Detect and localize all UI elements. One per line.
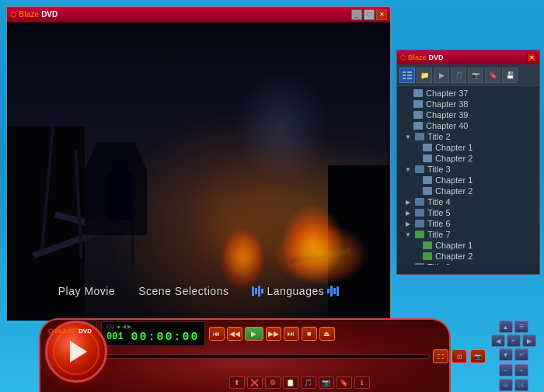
nav-left-button[interactable]: ◀ [491, 335, 505, 347]
chapter-icon-t2c2 [422, 154, 433, 163]
bottom-icon-1[interactable]: ⬆ [229, 376, 245, 389]
chapter-label-t3c1: Chapter 1 [435, 175, 473, 185]
tree-item-title6[interactable]: ▶ Title 6 [397, 218, 539, 229]
tree-item-t7ch2[interactable]: Chapter 2 [397, 251, 539, 262]
slow-button[interactable]: ½ [499, 379, 513, 391]
bottom-icon-4[interactable]: 📋 [283, 376, 298, 389]
tree-item-title5[interactable]: ▶ Title 5 [397, 207, 539, 218]
languages-menu-item[interactable]: Languages [252, 285, 339, 297]
language-bars-right-icon [327, 286, 339, 297]
prev-chapter-button[interactable]: ⏮ [209, 327, 225, 341]
bottom-icon-2[interactable]: ❌ [247, 376, 263, 389]
nav-enter-button[interactable]: ↵ [507, 335, 521, 347]
vol-up-button[interactable]: + [514, 364, 528, 376]
title-label-3: Title 3 [427, 165, 451, 174]
title-icon-3 [414, 165, 425, 174]
chapter-label-t3c2: Chapter 2 [435, 186, 473, 196]
capture-button[interactable]: 📷 [470, 349, 486, 363]
toolbar-save-btn[interactable]: 💾 [502, 68, 518, 83]
fast-forward-button[interactable]: ▶▶ [266, 327, 281, 341]
chapter-icon-39 [413, 110, 424, 120]
svg-rect-1 [407, 71, 412, 73]
titlebar-controls: _ □ ✕ [351, 9, 387, 20]
toolbar-audio-btn[interactable]: 🎵 [451, 68, 466, 83]
logo-dvd: DVD [41, 10, 58, 19]
sidebar-titlebar: ⬡ BlazeDVD ✕ [397, 50, 539, 64]
tree-item-ch39[interactable]: Chapter 39 [397, 109, 539, 120]
chapter-number: 001 [106, 331, 124, 342]
eject-button[interactable]: ⏏ [319, 327, 335, 341]
next-chapter-button[interactable]: ⏭ [284, 327, 299, 341]
title-icon-8 [414, 262, 425, 265]
svg-rect-5 [407, 78, 412, 79]
minimize-button[interactable]: _ [351, 9, 362, 20]
bottom-icon-6[interactable]: 📷 [319, 376, 334, 389]
chapter-icon [413, 88, 424, 98]
sidebar-close-button[interactable]: ✕ [527, 53, 536, 62]
bottom-icon-info[interactable]: ℹ [354, 376, 370, 389]
fullscreen-button[interactable]: ⛶ [433, 349, 448, 363]
restore-button[interactable]: □ [364, 9, 375, 20]
sidebar-logo-blaze: Blaze [408, 54, 427, 61]
expand-icon-title2: ▼ [403, 132, 413, 141]
play-button[interactable]: ▶ [245, 327, 263, 341]
expand-icon-title3: ▼ [403, 165, 413, 174]
toolbar-tree-btn[interactable] [399, 68, 415, 83]
title-icon-6 [414, 219, 425, 228]
fire-effect-4 [274, 224, 367, 286]
tree-item-t2ch1[interactable]: Chapter 1 [397, 142, 539, 153]
chapter-label-t7c1: Chapter 1 [435, 241, 473, 250]
player-brand: ⬡ BLAZE DVD [48, 322, 92, 336]
seek-bar[interactable] [82, 354, 430, 359]
nav-menu-button[interactable]: ☰ [514, 321, 528, 333]
chapter-tree[interactable]: Chapter 37 Chapter 38 Chapter 39 Chapter… [397, 86, 539, 265]
toolbar-play-btn[interactable]: ▶ [434, 68, 449, 83]
nav-extra-row: − + [499, 364, 528, 376]
bottom-icon-3[interactable]: ⚙ [265, 376, 281, 389]
close-button[interactable]: ✕ [376, 9, 387, 20]
rewind-button[interactable]: ◀◀ [227, 327, 242, 341]
title-icon-5 [414, 208, 425, 217]
toolbar-bookmark-btn[interactable]: 🔖 [485, 68, 500, 83]
chapter-icon-38 [413, 99, 424, 109]
tree-item-title3[interactable]: ▼ Title 3 [397, 164, 539, 175]
toolbar-folder-btn[interactable]: 📁 [417, 68, 432, 83]
tree-item-t7ch1[interactable]: Chapter 1 [397, 240, 539, 251]
scene-selections-menu-item[interactable]: Scene Selections [138, 285, 228, 297]
player-brand-dvd: DVD [78, 328, 92, 335]
bottom-icon-5[interactable]: 🎵 [301, 376, 316, 389]
svg-rect-2 [403, 75, 406, 76]
nav-down-button[interactable]: ▼ [499, 349, 513, 361]
frame-step-button[interactable]: ▷| [514, 379, 528, 391]
expand-icon-title7: ▼ [403, 230, 413, 239]
time-label-cu: CU [106, 324, 114, 329]
player-section: ⬡ BLAZE DVD DOLBY DIGITAL CU ● ◀ ▶ [0, 314, 544, 392]
tree-item-title8[interactable]: ▶ Title 8 [397, 262, 539, 265]
toolbar-camera-btn[interactable]: 📷 [468, 68, 483, 83]
aspect-ratio-button[interactable]: ⊡ [452, 349, 467, 363]
tree-item-t2ch2[interactable]: Chapter 2 [397, 153, 539, 164]
expand-icon-title8: ▶ [403, 262, 413, 265]
tree-item-title2[interactable]: ▼ Title 2 [397, 131, 539, 142]
tree-item-ch40[interactable]: Chapter 40 [397, 120, 539, 131]
logo-blaze: Blaze [19, 10, 39, 19]
nav-right-button[interactable]: ▶ [522, 335, 536, 347]
title-label-8: Title 8 [427, 262, 451, 265]
tree-item-ch37[interactable]: Chapter 37 [397, 88, 539, 99]
chapter-icon-40 [413, 121, 424, 130]
time-top-row: CU ● ◀ ▶ [106, 324, 200, 330]
player-brand-blaze: BLAZE [54, 328, 75, 335]
tree-item-t3ch2[interactable]: Chapter 2 [397, 186, 539, 196]
language-bars-icon [252, 286, 263, 297]
tree-item-title4[interactable]: ▶ Title 4 [397, 196, 539, 207]
play-movie-menu-item[interactable]: Play Movie [58, 285, 115, 297]
nav-up-button[interactable]: ▲ [499, 321, 513, 333]
tree-item-title7[interactable]: ▼ Title 7 [397, 229, 539, 240]
stop-button[interactable]: ■ [302, 327, 317, 341]
chapter-icon-t7c1 [422, 241, 433, 250]
tree-item-ch38[interactable]: Chapter 38 [397, 99, 539, 109]
bottom-icon-7[interactable]: 🔖 [337, 376, 352, 389]
vol-down-button[interactable]: − [499, 364, 513, 376]
tree-item-t3ch1[interactable]: Chapter 1 [397, 175, 539, 186]
nav-return-button[interactable]: ↩ [514, 349, 528, 361]
